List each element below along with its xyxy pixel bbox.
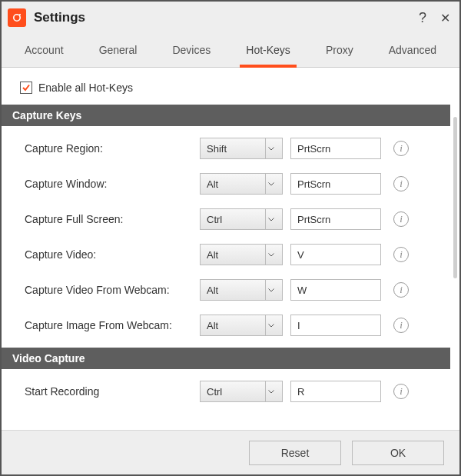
row-start-recording: Start Recording Ctrl i — [2, 374, 450, 409]
content-area: Enable all Hot-Keys Capture Keys Capture… — [2, 68, 450, 430]
label-start-recording: Start Recording — [25, 385, 192, 398]
tab-hotkeys[interactable]: Hot-Keys — [238, 33, 298, 67]
key-input-video[interactable] — [290, 244, 381, 265]
section-header-capture-keys: Capture Keys — [2, 105, 450, 126]
row-capture-window: Capture Window: Alt i — [2, 166, 450, 201]
label-capture-video: Capture Video: — [25, 248, 192, 261]
label-capture-window: Capture Window: — [25, 178, 192, 190]
ok-button[interactable]: OK — [352, 441, 444, 465]
key-input-full[interactable] — [290, 208, 381, 230]
modifier-select-start[interactable]: Ctrl — [200, 381, 283, 402]
scrollbar[interactable] — [450, 68, 459, 430]
label-capture-full-screen: Capture Full Screen: — [25, 213, 192, 225]
row-capture-image-webcam: Capture Image From Webcam: Alt i — [2, 308, 450, 343]
tab-general[interactable]: General — [91, 33, 145, 67]
key-input-region[interactable] — [290, 138, 381, 159]
modifier-select-video[interactable]: Alt — [200, 244, 283, 265]
reset-button[interactable]: Reset — [249, 441, 341, 465]
key-input-vwebcam[interactable] — [290, 279, 381, 301]
chevron-down-icon — [265, 174, 276, 194]
help-icon[interactable]: ? — [419, 10, 426, 26]
tab-account[interactable]: Account — [17, 33, 71, 67]
chevron-down-icon — [265, 245, 276, 265]
row-capture-region: Capture Region: Shift i — [2, 131, 450, 166]
tab-proxy[interactable]: Proxy — [318, 33, 361, 67]
svg-point-1 — [19, 14, 21, 15]
label-capture-region: Capture Region: — [25, 142, 192, 155]
titlebar: Settings ? ✕ — [2, 2, 459, 34]
info-icon[interactable]: i — [393, 247, 409, 262]
modifier-select-full[interactable]: Ctrl — [200, 208, 283, 230]
info-icon[interactable]: i — [393, 141, 409, 156]
info-icon[interactable]: i — [393, 211, 409, 227]
row-capture-video-webcam: Capture Video From Webcam: Alt i — [2, 272, 450, 308]
row-capture-video: Capture Video: Alt i — [2, 237, 450, 272]
modifier-select-region[interactable]: Shift — [200, 138, 283, 159]
key-input-start[interactable] — [290, 381, 381, 402]
key-input-iwebcam[interactable] — [290, 315, 381, 336]
modifier-select-iwebcam[interactable]: Alt — [200, 315, 283, 336]
enable-all-checkbox[interactable] — [20, 82, 32, 94]
label-capture-video-webcam: Capture Video From Webcam: — [25, 284, 192, 296]
chevron-down-icon — [265, 138, 276, 158]
tab-advanced[interactable]: Advanced — [381, 33, 444, 67]
settings-window: Settings ? ✕ Account General Devices Hot… — [0, 0, 461, 476]
close-icon[interactable]: ✕ — [440, 11, 450, 25]
info-icon[interactable]: i — [393, 318, 409, 333]
tab-devices[interactable]: Devices — [164, 33, 218, 67]
svg-point-0 — [14, 15, 20, 21]
enable-all-label: Enable all Hot-Keys — [38, 82, 133, 94]
key-input-window[interactable] — [290, 173, 381, 195]
chevron-down-icon — [265, 315, 276, 335]
info-icon[interactable]: i — [393, 282, 409, 298]
scroll-thumb[interactable] — [453, 117, 457, 278]
row-capture-full-screen: Capture Full Screen: Ctrl i — [2, 201, 450, 237]
chevron-down-icon — [265, 209, 276, 229]
footer: Reset OK — [2, 430, 459, 474]
info-icon[interactable]: i — [393, 176, 409, 191]
section-header-video-capture: Video Capture — [2, 348, 450, 369]
chevron-down-icon — [265, 381, 276, 401]
window-title: Settings — [34, 10, 85, 25]
label-capture-image-webcam: Capture Image From Webcam: — [25, 319, 192, 331]
chevron-down-icon — [265, 280, 276, 300]
tabs: Account General Devices Hot-Keys Proxy A… — [2, 34, 459, 68]
modifier-select-vwebcam[interactable]: Alt — [200, 279, 283, 301]
info-icon[interactable]: i — [393, 384, 409, 399]
app-icon — [8, 8, 26, 27]
modifier-select-window[interactable]: Alt — [200, 173, 283, 195]
